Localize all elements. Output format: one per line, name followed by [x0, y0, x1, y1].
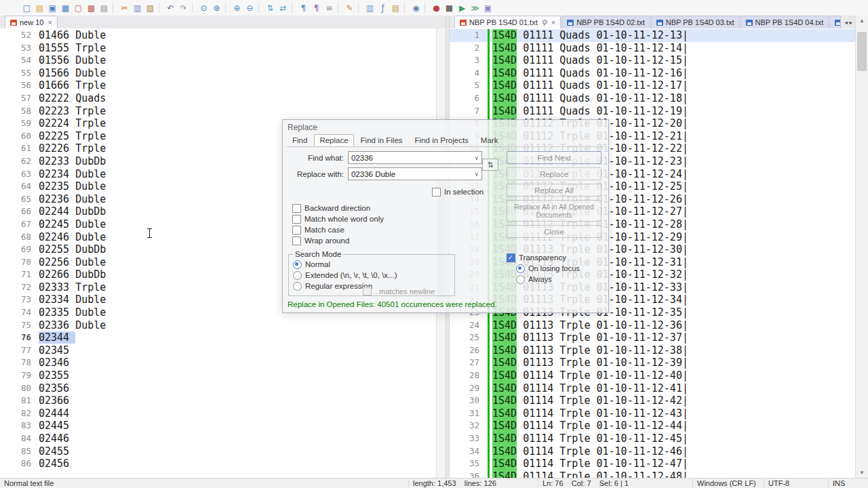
tab-nbp-pb-1s4d-02-txt[interactable]: NBP PB 1S4D 02.txt	[561, 16, 650, 28]
dialog-tab-find-in-projects[interactable]: Find in Projects	[410, 134, 474, 146]
checkbox-box	[363, 287, 372, 296]
monitoring-icon[interactable]: ◉	[410, 2, 422, 14]
undo-icon[interactable]: ↶	[165, 2, 176, 14]
match-case-checkbox[interactable]: Match case	[292, 226, 384, 234]
line-number: 69	[0, 243, 33, 256]
search-mode-normal-radio[interactable]: Normal	[293, 259, 450, 270]
status-encoding[interactable]: UTF-8	[764, 479, 828, 487]
line-number: 4	[450, 67, 484, 80]
replace-button[interactable]: Replace	[507, 167, 601, 180]
right-editor-scrollbar[interactable]: ▲ ▼	[855, 16, 868, 479]
editor-line: 261S4D01113 Trple 01-10-11-12-38|	[450, 344, 855, 357]
search-mode-extended-radio[interactable]: Extended (\n, \r, \t, \0, \x...)	[293, 270, 450, 281]
status-doc-type: Normal text file	[0, 479, 408, 487]
tab-scroll-arrows[interactable]: ◂ ▸	[842, 19, 855, 26]
line-number: 3	[450, 54, 484, 67]
line-text: 01114 Trple 01-10-11-12-40|	[523, 369, 688, 382]
swap-find-replace-button[interactable]: ⇅	[482, 159, 498, 171]
editor-line: 251S4D01113 Trple 01-10-11-12-37|	[450, 331, 855, 344]
line-number: 64	[0, 180, 33, 193]
scroll-up-icon[interactable]: ▲	[856, 16, 868, 26]
line-text: 01666 Trple	[39, 79, 106, 92]
zoom-out-icon[interactable]: ⊖	[244, 2, 256, 14]
line-number: 24	[450, 319, 484, 332]
close-all-icon[interactable]: ▩	[85, 2, 97, 14]
run-macro-multiple-icon[interactable]: ≫	[469, 2, 481, 14]
dialog-tab-replace[interactable]: Replace	[314, 134, 353, 146]
tab-nbp-pb-1s4d-03-txt[interactable]: NBP PB 1S4D 03.txt	[651, 16, 740, 28]
dropdown-icon[interactable]: ∨	[474, 155, 479, 161]
find-what-input[interactable]: 02336 ∨	[348, 151, 482, 164]
define-language-icon[interactable]: ✎	[344, 2, 355, 14]
find-next-button[interactable]: Find Next	[507, 151, 601, 164]
open-folder-icon[interactable]: ▤	[34, 2, 45, 14]
dialog-tab-find[interactable]: Find	[287, 134, 313, 146]
matches-newline-checkbox[interactable]: . matches newline	[363, 287, 435, 296]
in-selection-checkbox[interactable]: In selection	[432, 188, 484, 196]
sync-vertical-icon[interactable]: ⇅	[264, 2, 276, 14]
replace-all-button[interactable]: Replace All	[507, 184, 601, 197]
folder-as-workspace-icon[interactable]: ▤	[390, 2, 401, 14]
show-all-characters-icon[interactable]: ¶	[311, 2, 322, 14]
tab-new-10[interactable]: new 10 ×	[5, 16, 58, 28]
saved-file-icon	[567, 20, 574, 26]
function-list-icon[interactable]: ƒ	[377, 2, 389, 14]
match-whole-word-only-checkbox[interactable]: Match whole word only	[292, 215, 384, 223]
redo-icon[interactable]: ↷	[178, 2, 189, 14]
change-history-marker	[488, 79, 490, 92]
word-wrap-icon[interactable]: ¶	[298, 2, 309, 14]
close-icon[interactable]: ▢	[73, 2, 84, 14]
replace-icon[interactable]: ⊛	[211, 2, 222, 14]
document-map-icon[interactable]: ▥	[364, 2, 376, 14]
transparency-checkbox[interactable]: Transparency	[507, 253, 607, 262]
tab-nbp-pb-1s4d-01-txt[interactable]: NBP PB 1S4D 01.txt×	[454, 16, 561, 28]
dialog-tab-mark[interactable]: Mark	[475, 134, 504, 146]
sync-horizontal-icon[interactable]: ⇄	[277, 2, 289, 14]
close-button[interactable]: Close	[507, 225, 601, 238]
dropdown-icon[interactable]: ∨	[474, 171, 479, 178]
new-file-icon[interactable]: □	[21, 2, 33, 14]
line-text: 01113 Trple 01-10-11-12-36|	[523, 319, 688, 332]
line-text: 02366	[39, 394, 69, 407]
backward-direction-checkbox[interactable]: Backward direction	[292, 204, 384, 212]
zoom-in-icon[interactable]: ⊕	[231, 2, 243, 14]
copy-icon[interactable]: ▥	[132, 2, 143, 14]
scrollbar-thumb[interactable]	[857, 32, 867, 71]
record-macro-icon[interactable]: ●	[431, 2, 442, 14]
line-number: 2	[450, 42, 484, 55]
cut-icon[interactable]: ✂	[119, 2, 130, 14]
play-macro-icon[interactable]: ▶	[456, 2, 468, 14]
line-text: 01114 Trple 01-10-11-12-44|	[523, 420, 688, 432]
save-macro-icon[interactable]: ▣	[482, 2, 494, 14]
line-number: 65	[0, 193, 33, 206]
line-text: 01111 Quads 01-10-11-12-15|	[523, 54, 688, 67]
line-text: 02222 Quads	[39, 92, 106, 105]
pin-icon[interactable]	[542, 20, 547, 26]
dialog-tab-find-in-files[interactable]: Find in Files	[355, 134, 408, 146]
line-text: 02235 Duble	[39, 180, 106, 193]
line-number: 80	[0, 382, 33, 395]
close-tab-icon[interactable]: ×	[551, 18, 555, 26]
wrap-around-checkbox[interactable]: Wrap around	[292, 237, 384, 245]
line-number: 53	[0, 42, 33, 55]
status-eol[interactable]: Windows (CR LF)	[692, 479, 764, 487]
print-icon[interactable]: ▤	[98, 2, 110, 14]
indent-guide-icon[interactable]: ≡	[323, 2, 335, 14]
tab-nbp-pb-1s4d-04-txt[interactable]: NBP PB 1S4D 04.txt	[741, 16, 829, 28]
toolbar-separator	[338, 3, 341, 13]
paste-icon[interactable]: ▧	[144, 2, 156, 14]
save-all-icon[interactable]: ▦	[60, 2, 71, 14]
save-icon[interactable]: ▣	[47, 2, 58, 14]
tab-nbp-pb-1s4d-05-txt[interactable]: NBP PB 1S4D 05.txt	[829, 16, 841, 28]
transparency-always-radio[interactable]: Always	[516, 274, 607, 284]
marked-match-text: 1S4D	[492, 54, 517, 67]
replace-all-in-all-opened-documents-button[interactable]: Replace All in All Opened Documents	[507, 200, 601, 222]
scroll-down-icon[interactable]: ▼	[856, 468, 868, 478]
find-icon[interactable]: ⊙	[198, 2, 210, 14]
transparency-on-losing-focus-radio[interactable]: On losing focus	[516, 264, 607, 273]
replace-with-input[interactable]: 02336 Duble ∨	[348, 167, 482, 180]
radio-circle	[516, 264, 525, 273]
close-tab-icon[interactable]: ×	[47, 18, 52, 26]
stop-macro-icon[interactable]: ■	[443, 2, 455, 14]
status-insert-mode[interactable]: INS	[828, 479, 868, 487]
